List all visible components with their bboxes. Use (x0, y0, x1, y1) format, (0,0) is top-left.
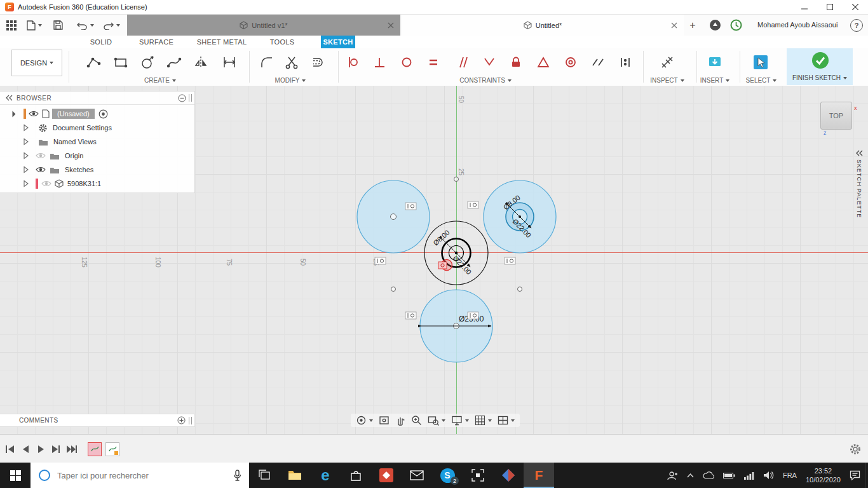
insert-button[interactable] (703, 50, 726, 74)
mirror-tool-button[interactable] (189, 50, 212, 74)
parallel-constraint-button[interactable] (451, 50, 473, 74)
offset-tool-button[interactable] (306, 50, 329, 74)
document-tab-untitled-v1[interactable]: Untitled v1* (127, 15, 400, 36)
close-tab-icon[interactable] (388, 22, 394, 29)
timeline-step-back-button[interactable] (18, 442, 33, 457)
selected-constraint-glyph[interactable] (438, 262, 447, 269)
expand-arrow-icon[interactable] (10, 111, 16, 117)
minimize-button[interactable] (792, 0, 817, 14)
timeline-settings-gear-icon[interactable] (849, 443, 862, 456)
expand-arrow-icon[interactable] (23, 138, 29, 146)
hidden-icons-chevron[interactable] (682, 463, 698, 488)
microphone-icon[interactable] (233, 470, 241, 481)
help-icon[interactable]: ? (850, 19, 863, 32)
people-icon[interactable] (663, 463, 682, 488)
curvature-constraint-button[interactable] (614, 50, 637, 74)
browser-header[interactable]: BROWSER (0, 92, 194, 105)
inspect-group-dropdown[interactable]: INSPECT (647, 76, 688, 85)
display-settings-button[interactable] (451, 415, 469, 426)
expand-arrow-icon[interactable] (23, 152, 29, 159)
volume-icon[interactable] (759, 463, 778, 488)
look-at-button[interactable] (379, 415, 390, 426)
trim-tool-button[interactable] (280, 50, 303, 74)
tab-solid[interactable]: SOLID (83, 36, 119, 48)
fit-button[interactable] (428, 415, 445, 426)
activate-component-radio[interactable] (98, 109, 108, 119)
redo-button[interactable] (100, 17, 123, 34)
user-name[interactable]: Mohamed Ayoub Aissaoui (757, 21, 837, 29)
job-status-icon[interactable] (709, 19, 721, 31)
sketch-dimension-button[interactable] (218, 50, 241, 74)
panel-drag-handle[interactable] (189, 94, 192, 102)
fusion-360-taskbar-icon[interactable]: F (524, 463, 554, 488)
sandbox-app-icon[interactable] (463, 463, 493, 488)
browser-item-sketches[interactable]: Sketches (0, 163, 194, 177)
pan-button[interactable] (395, 415, 405, 426)
tab-sheet-metal[interactable]: SHEET METAL (191, 36, 253, 48)
browser-item-document-settings[interactable]: Document Settings (0, 121, 194, 135)
tangent-constraint-glyph[interactable] (375, 257, 386, 264)
expand-arrow-icon[interactable] (23, 166, 29, 173)
network-icon[interactable] (740, 463, 759, 488)
timeline-skip-end-button[interactable] (64, 442, 79, 457)
equal-constraint-button[interactable] (422, 50, 445, 74)
visibility-eye-icon[interactable] (29, 110, 39, 118)
dim-center-inner[interactable]: Ø8.00 (431, 229, 451, 247)
diamond-app-icon[interactable] (493, 463, 524, 488)
maximize-button[interactable] (817, 0, 843, 14)
tab-tools[interactable]: TOOLS (263, 36, 301, 48)
sketch-palette-tab[interactable]: SKETCH PALETTE (853, 149, 865, 219)
create-group-dropdown[interactable]: CREATE (127, 76, 193, 85)
line-tool-button[interactable] (83, 50, 105, 74)
timeline-step-forward-button[interactable] (48, 442, 64, 457)
new-tab-button[interactable]: + (686, 19, 699, 32)
expand-arrow-icon[interactable] (23, 180, 29, 187)
battery-icon[interactable] (719, 463, 740, 488)
expand-palette-icon[interactable] (855, 149, 864, 157)
skype-icon[interactable]: S 2 (432, 463, 463, 488)
tab-surface[interactable]: SURFACE (135, 36, 178, 48)
file-explorer-icon[interactable] (280, 463, 310, 488)
start-button[interactable] (0, 463, 31, 488)
language-indicator[interactable]: FRA (778, 463, 801, 488)
sketch-point[interactable] (454, 177, 459, 182)
sketch-point[interactable] (391, 214, 397, 220)
undo-button[interactable] (74, 17, 97, 34)
expand-arrow-icon[interactable] (23, 124, 29, 132)
tangent-constraint-glyph[interactable] (468, 312, 478, 319)
timeline-feature-sketch1[interactable] (88, 442, 102, 456)
constraints-group-dropdown[interactable]: CONSTRAINTS (448, 76, 523, 85)
red-app-icon[interactable] (371, 463, 402, 488)
file-menu-button[interactable] (24, 17, 44, 34)
timeline-play-button[interactable] (33, 442, 48, 457)
browser-item-named-views[interactable]: Named Views (0, 135, 194, 149)
close-tab-icon[interactable] (671, 22, 677, 29)
minimize-panel-icon[interactable] (178, 94, 186, 102)
edge-browser-icon[interactable]: e (310, 463, 341, 488)
tab-sketch[interactable]: SKETCH (321, 36, 355, 48)
finish-sketch-dropdown[interactable]: FINISH SKETCH (787, 74, 853, 82)
workspace-selector[interactable]: DESIGN (11, 50, 62, 76)
circle-tool-button[interactable] (136, 50, 159, 74)
sketch-point[interactable] (391, 287, 396, 292)
close-button[interactable] (843, 0, 868, 14)
app-grid-button[interactable] (4, 17, 19, 34)
tangent-constraint-glyph[interactable] (468, 201, 478, 208)
modify-group-dropdown[interactable]: MODIFY (262, 76, 319, 85)
rectangle-tool-button[interactable] (109, 50, 132, 74)
orbit-button[interactable] (356, 415, 373, 426)
visibility-eye-icon[interactable] (41, 180, 51, 187)
browser-item-component[interactable]: 5908K31:1 (0, 177, 194, 191)
view-cube[interactable]: TOP (820, 102, 852, 130)
viewports-button[interactable] (498, 415, 515, 426)
tangent-constraint-button[interactable] (341, 50, 364, 74)
finish-sketch-button[interactable] (811, 51, 829, 69)
mail-app-icon[interactable] (402, 463, 432, 488)
grid-settings-button[interactable] (475, 415, 492, 426)
task-view-button[interactable] (249, 463, 280, 488)
visibility-eye-icon[interactable] (36, 166, 46, 173)
clock[interactable]: 23:52 10/02/2020 (801, 463, 845, 488)
root-document-label[interactable]: (Unsaved) (52, 109, 95, 119)
midpoint-constraint-button[interactable] (478, 50, 501, 74)
timeline-feature-sketch2[interactable] (105, 442, 119, 456)
